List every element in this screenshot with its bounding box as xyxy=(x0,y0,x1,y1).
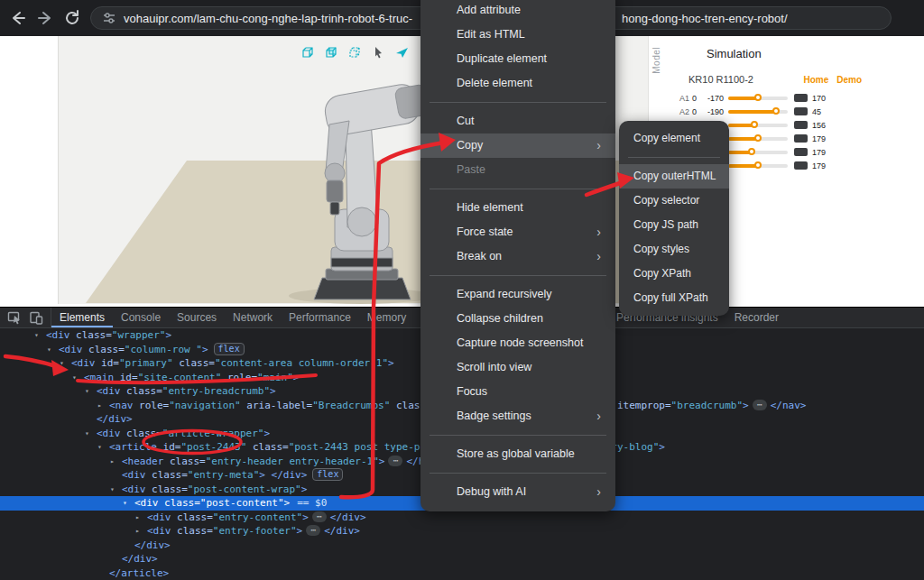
axis-slider[interactable] xyxy=(728,151,788,154)
tab-recorder[interactable]: Recorder xyxy=(726,308,787,327)
code-token: "entry-meta" xyxy=(188,469,259,481)
cube-wireframe-icon[interactable] xyxy=(347,45,363,60)
slider-handle[interactable] xyxy=(754,161,762,169)
reload-button[interactable] xyxy=(61,7,83,29)
inspect-element-button[interactable] xyxy=(4,308,25,327)
expand-inline-button[interactable]: ⋯ xyxy=(312,511,327,522)
slider-handle[interactable] xyxy=(751,121,758,128)
tree-row[interactable]: ▸<div class="entry-content">⋯</div> xyxy=(0,511,924,525)
axis-slider[interactable] xyxy=(728,110,788,114)
code-token: "post-content-wrap" xyxy=(188,483,301,495)
menu-item-label: Copy XPath xyxy=(633,262,691,286)
measure-icon[interactable] xyxy=(394,45,410,60)
menu-item-copy-full-xpath[interactable]: Copy full XPath xyxy=(619,286,729,310)
expand-arrow-open-icon[interactable]: ▾ xyxy=(123,496,134,511)
axis-value-box[interactable] xyxy=(794,107,808,115)
site-settings-icon[interactable] xyxy=(102,11,116,25)
menu-item-copy-xpath[interactable]: Copy XPath xyxy=(619,262,729,286)
menu-item-duplicate-element[interactable]: Duplicate element xyxy=(420,47,615,71)
code-token: > xyxy=(293,372,300,383)
menu-item-add-attribute[interactable]: Add attribute xyxy=(420,0,615,23)
axis-value-box[interactable] xyxy=(794,148,808,156)
menu-item-delete-element[interactable]: Delete element xyxy=(420,71,615,96)
toggle-device-toolbar-button[interactable] xyxy=(25,308,47,327)
forward-arrow-icon xyxy=(36,9,54,27)
panel-link-home[interactable]: Home xyxy=(803,75,828,85)
tab-memory[interactable]: Memory xyxy=(359,308,414,327)
menu-item-debug-with-ai[interactable]: Debug with AI› xyxy=(420,480,615,504)
expand-arrow-open-icon[interactable]: ▾ xyxy=(85,427,97,441)
cursor-select-icon[interactable] xyxy=(371,45,386,60)
axis-value-box[interactable] xyxy=(794,134,808,143)
expand-arrow-open-icon[interactable]: ▾ xyxy=(47,343,59,357)
menu-item-label: Copy xyxy=(457,133,483,158)
expand-arrow-open-icon[interactable]: ▾ xyxy=(110,483,122,497)
expand-inline-button[interactable]: ⋯ xyxy=(753,400,767,410)
menu-item-expand-recursively[interactable]: Expand recursively xyxy=(420,282,615,307)
expand-arrow-closed-icon[interactable]: ▸ xyxy=(135,511,147,525)
menu-item-hide-element[interactable]: Hide element xyxy=(420,196,615,220)
code-token: class= xyxy=(121,428,162,439)
menu-item-edit-as-html[interactable]: Edit as HTML xyxy=(420,23,615,47)
axis-slider[interactable] xyxy=(728,97,788,100)
slider-handle[interactable] xyxy=(748,148,755,155)
code-token: </article> xyxy=(109,567,169,579)
flex-badge[interactable]: flex xyxy=(214,343,245,355)
cube-wireframe-icon[interactable] xyxy=(324,45,339,60)
axis-slider[interactable] xyxy=(728,137,788,141)
forward-button[interactable] xyxy=(34,7,56,29)
menu-item-collapse-children[interactable]: Collapse children xyxy=(420,307,615,331)
axis-slider[interactable] xyxy=(728,164,788,168)
cube-wireframe-icon[interactable] xyxy=(300,45,316,60)
expand-arrow-open-icon[interactable]: ▾ xyxy=(34,328,46,343)
tab-sources[interactable]: Sources xyxy=(169,308,225,327)
tree-row[interactable]: </div> xyxy=(0,539,924,553)
expand-arrow-open-icon[interactable]: ▾ xyxy=(72,371,84,385)
menu-item-copy-js-path[interactable]: Copy JS path xyxy=(619,213,729,237)
menu-item-label: Collapse children xyxy=(457,307,543,331)
expand-arrow-open-icon[interactable]: ▾ xyxy=(85,384,97,399)
tree-row[interactable]: ▸<div class="entry-footer">⋯</div> xyxy=(0,524,924,539)
flex-badge[interactable]: flex xyxy=(312,468,343,481)
expand-arrow-closed-icon[interactable]: ▸ xyxy=(110,455,122,469)
tab-network[interactable]: Network xyxy=(225,308,281,327)
slider-handle[interactable] xyxy=(754,94,762,101)
axis-slider[interactable] xyxy=(728,124,788,127)
menu-item-copy-styles[interactable]: Copy styles xyxy=(619,237,729,262)
menu-item-break-on[interactable]: Break on› xyxy=(420,244,615,269)
axis-value-box[interactable] xyxy=(794,161,808,170)
menu-item-copy-selector[interactable]: Copy selector xyxy=(619,189,729,213)
panel-link-demo[interactable]: Demo xyxy=(836,75,862,85)
slider-handle[interactable] xyxy=(754,134,762,142)
menu-item-force-state[interactable]: Force state› xyxy=(420,220,615,244)
tree-row[interactable]: </article> xyxy=(0,566,924,580)
menu-item-capture-node-screenshot[interactable]: Capture node screenshot xyxy=(420,331,615,355)
menu-item-copy-element[interactable]: Copy element xyxy=(619,126,729,151)
expand-inline-button[interactable]: ⋯ xyxy=(388,456,402,466)
submenu-chevron-icon: › xyxy=(596,480,601,504)
model-side-tab[interactable]: Model xyxy=(651,47,661,74)
expand-arrow-closed-icon[interactable]: ▸ xyxy=(97,399,109,413)
menu-item-badge-settings[interactable]: Badge settings› xyxy=(420,404,615,428)
expand-arrow-open-icon[interactable]: ▾ xyxy=(97,440,109,455)
code-token: role= xyxy=(134,400,170,411)
expand-arrow-closed-icon[interactable]: ▸ xyxy=(135,524,147,539)
tab-console[interactable]: Console xyxy=(113,308,169,327)
expand-inline-button[interactable]: ⋯ xyxy=(306,525,320,536)
expand-arrow-open-icon[interactable]: ▾ xyxy=(60,356,71,371)
menu-item-focus[interactable]: Focus xyxy=(420,380,615,404)
menu-item-copy-outerhtml[interactable]: Copy outerHTML xyxy=(619,164,729,189)
slider-handle[interactable] xyxy=(772,107,780,115)
axis-value-box[interactable] xyxy=(794,121,808,129)
menu-item-cut[interactable]: Cut xyxy=(420,109,615,133)
menu-item-store-as-global-variable[interactable]: Store as global variable xyxy=(420,442,615,466)
robot-model-select[interactable]: KR10 R1100-2 xyxy=(688,74,753,85)
menu-item-label: Duplicate element xyxy=(457,47,547,71)
tab-performance[interactable]: Performance xyxy=(281,308,359,327)
tab-elements[interactable]: Elements xyxy=(51,308,113,327)
axis-value-box[interactable] xyxy=(794,94,808,102)
back-button[interactable] xyxy=(7,7,29,29)
menu-item-scroll-into-view[interactable]: Scroll into view xyxy=(420,355,615,380)
tree-row[interactable]: </div> xyxy=(0,552,924,566)
menu-item-copy[interactable]: Copy› xyxy=(420,133,615,158)
